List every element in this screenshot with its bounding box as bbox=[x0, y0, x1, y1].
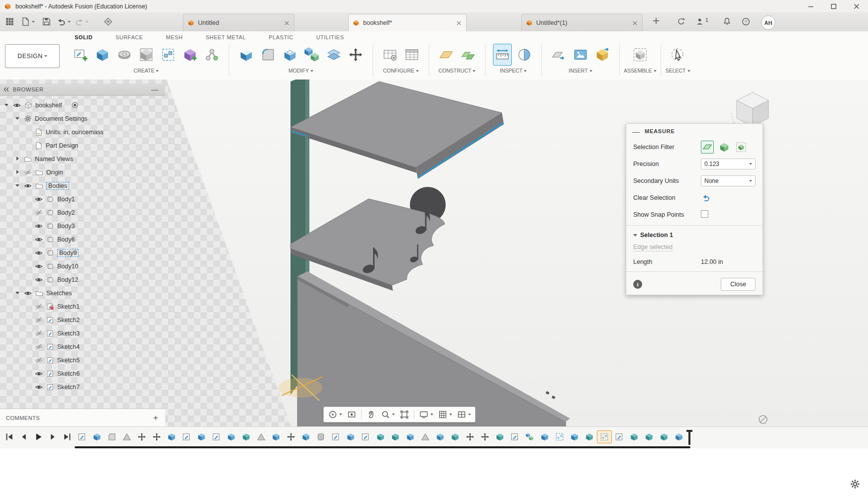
browser-item-label[interactable]: Named Views bbox=[35, 156, 73, 163]
browser-item-label[interactable]: Body6 bbox=[57, 236, 75, 243]
browser-row-sketch5[interactable]: Sketch5 bbox=[0, 353, 165, 367]
visibility-toggle-eye-off-icon[interactable] bbox=[34, 356, 43, 364]
browser-item-label[interactable]: Sketch4 bbox=[57, 343, 80, 350]
undo-icon[interactable] bbox=[57, 17, 71, 26]
browser-item-label[interactable]: Sketch5 bbox=[57, 357, 80, 364]
info-icon[interactable]: i bbox=[633, 280, 642, 289]
timeline-feature-extrude[interactable] bbox=[672, 430, 686, 443]
ribbon-group-label-insert[interactable]: INSERT bbox=[569, 68, 592, 74]
timeline-step-forward-button[interactable] bbox=[47, 431, 58, 443]
timeline-feature-sketch[interactable] bbox=[612, 430, 627, 443]
tab-close-icon[interactable] bbox=[284, 20, 290, 26]
browser-item-label[interactable]: Sketch3 bbox=[57, 330, 80, 337]
browser-row-bookshelf[interactable]: bookshelf bbox=[0, 98, 165, 112]
visibility-toggle-eye-off-icon[interactable] bbox=[23, 168, 32, 176]
timeline-feature-pattern[interactable] bbox=[597, 430, 612, 443]
timeline-feature-hole[interactable] bbox=[313, 430, 328, 443]
ribbon-group-label-configure[interactable]: CONFIGURE bbox=[383, 68, 419, 74]
browser-row-body1[interactable]: Body1 bbox=[0, 192, 165, 206]
user-avatar[interactable]: AH bbox=[761, 15, 775, 30]
nav-pan-button[interactable] bbox=[366, 410, 376, 419]
visibility-toggle-eye-icon[interactable] bbox=[34, 370, 43, 378]
visibility-toggle-eye-off-icon[interactable] bbox=[34, 303, 43, 311]
show-snap-points-checkbox[interactable] bbox=[701, 210, 708, 218]
browser-row-document-settings[interactable]: Document Settings bbox=[0, 112, 165, 125]
browser-row-body9[interactable]: Body9 bbox=[0, 246, 165, 259]
new-tab-button[interactable] bbox=[653, 17, 660, 24]
measure-dialog[interactable]: — MEASURE Selection Filter bbox=[626, 123, 763, 295]
measure-dialog-header[interactable]: — MEASURE bbox=[626, 124, 763, 139]
visibility-toggle-eye-off-icon[interactable] bbox=[34, 330, 43, 337]
nav-viewports-button[interactable] bbox=[457, 410, 471, 419]
browser-item-label[interactable]: Units: in, ouncemass bbox=[46, 129, 103, 136]
ribbon-group-label-assemble[interactable]: ASSEMBLE bbox=[624, 68, 657, 74]
select-tool-button[interactable] bbox=[669, 44, 687, 65]
timeline-feature-move[interactable] bbox=[284, 430, 298, 443]
browser-row-units-in-ouncemass[interactable]: Units: in, ouncemass bbox=[0, 125, 165, 139]
visibility-toggle-eye-off-icon[interactable] bbox=[34, 343, 43, 351]
timeline-feature-move[interactable] bbox=[478, 430, 492, 443]
measure-tool-button[interactable] bbox=[493, 44, 511, 65]
midplane-tool-button[interactable] bbox=[459, 44, 477, 65]
browser-item-label[interactable]: Body3 bbox=[57, 223, 75, 230]
timeline-feature-box[interactable] bbox=[627, 430, 642, 443]
chevron-right-icon[interactable] bbox=[15, 169, 20, 175]
browser-row-named-views[interactable]: Named Views bbox=[0, 152, 165, 166]
extrude-tool-button[interactable] bbox=[94, 44, 111, 65]
add-comment-button[interactable]: + bbox=[153, 413, 158, 423]
insert-mesh-tool-button[interactable] bbox=[593, 44, 611, 65]
visibility-toggle-eye-icon[interactable] bbox=[23, 289, 32, 297]
chevron-down-icon[interactable] bbox=[15, 116, 20, 121]
offset-plane-tool-button[interactable] bbox=[437, 44, 455, 65]
visibility-toggle-eye-icon[interactable] bbox=[34, 222, 43, 230]
document-tab-bookshelf[interactable]: bookshelf* bbox=[348, 14, 467, 31]
browser-item-label[interactable]: Body9 bbox=[57, 249, 79, 257]
timeline-feature-box[interactable] bbox=[657, 430, 672, 443]
browser-item-label[interactable]: Sketch7 bbox=[57, 384, 80, 391]
timeline-feature-box[interactable] bbox=[373, 430, 388, 443]
browser-item-label[interactable]: Origin bbox=[46, 169, 63, 176]
timeline-feature-box[interactable] bbox=[388, 430, 403, 443]
browser-item-label[interactable]: Sketch6 bbox=[57, 370, 80, 377]
timeline-feature-extrude[interactable] bbox=[90, 430, 104, 443]
browser-item-label[interactable]: Sketch1 bbox=[57, 303, 80, 310]
configuration-tool-button[interactable] bbox=[381, 44, 399, 65]
browser-row-sketches[interactable]: Sketches bbox=[0, 286, 165, 300]
chevron-down-icon[interactable] bbox=[4, 102, 9, 108]
document-tab-untitled[interactable]: Untitled bbox=[183, 14, 294, 31]
browser-item-label[interactable]: Sketch2 bbox=[57, 317, 80, 324]
browser-row-sketch7[interactable]: Sketch7 bbox=[0, 380, 165, 394]
create-sketch-tool-button[interactable] bbox=[72, 44, 90, 65]
joint-origin-tool-button[interactable] bbox=[203, 44, 221, 65]
timeline-feature-extrude[interactable] bbox=[343, 430, 358, 443]
viewport-canvas[interactable]: BROWSER — bookshelfDocument SettingsUnit… bbox=[0, 80, 868, 426]
split-body-tool-button[interactable] bbox=[325, 44, 343, 65]
nav-zoom-button[interactable] bbox=[381, 410, 395, 419]
fillet-tool-button[interactable] bbox=[259, 44, 277, 65]
timeline-to-start-button[interactable] bbox=[4, 431, 15, 443]
timeline-feature-box[interactable] bbox=[239, 430, 254, 443]
timeline-feature-box[interactable] bbox=[642, 430, 657, 443]
clear-selection-undo-icon[interactable] bbox=[701, 193, 711, 203]
rectangular-pattern-tool-button[interactable] bbox=[159, 44, 177, 65]
new-component-tool-button[interactable] bbox=[631, 44, 649, 65]
ribbon-tab-mesh[interactable]: MESH bbox=[165, 33, 184, 42]
visibility-toggle-eye-icon[interactable] bbox=[23, 182, 32, 190]
timeline-feature-box[interactable] bbox=[492, 430, 507, 443]
ribbon-group-label-select[interactable]: SELECT bbox=[666, 68, 690, 74]
document-tab-untitled-1[interactable]: Untitled*(1) bbox=[521, 14, 643, 31]
visibility-toggle-eye-off-icon[interactable] bbox=[34, 209, 43, 217]
timeline-feature-extrude[interactable] bbox=[298, 430, 313, 443]
browser-item-label[interactable]: Sketches bbox=[46, 290, 72, 297]
collapse-panel-icon[interactable] bbox=[3, 86, 10, 92]
redo-icon[interactable] bbox=[75, 17, 89, 26]
timeline-feature-extrude[interactable] bbox=[194, 430, 209, 443]
help-icon[interactable]: ? bbox=[741, 17, 751, 26]
nav-orbit-button[interactable] bbox=[328, 410, 342, 419]
browser-item-label[interactable]: Body2 bbox=[57, 209, 75, 216]
timeline-feature-extrude[interactable] bbox=[567, 430, 582, 443]
ribbon-tab-surface[interactable]: SURFACE bbox=[114, 33, 144, 42]
browser-row-sketch6[interactable]: Sketch6 bbox=[0, 367, 165, 380]
timeline-feature-extrude[interactable] bbox=[433, 430, 448, 443]
timeline-feature-extrude[interactable] bbox=[537, 430, 552, 443]
